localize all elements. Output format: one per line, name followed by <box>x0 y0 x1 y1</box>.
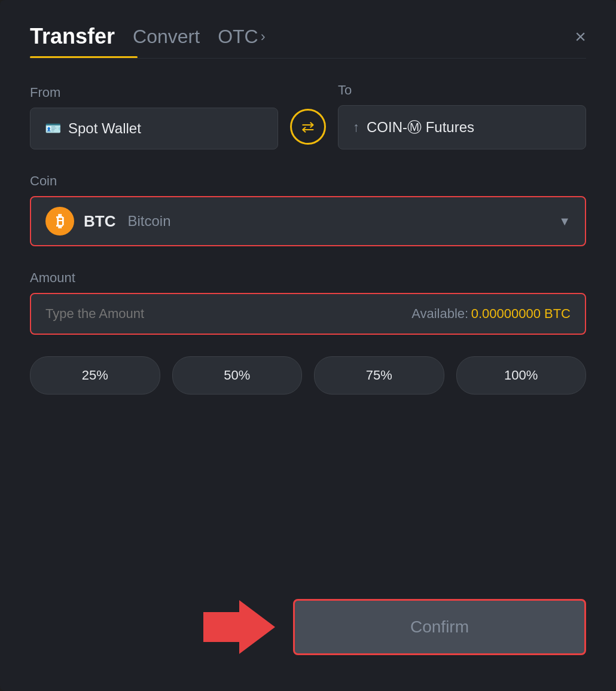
red-arrow-icon <box>203 600 275 654</box>
swap-button-container: ⇄ <box>290 109 326 149</box>
tab-underline-container <box>30 56 586 59</box>
amount-input[interactable] <box>45 306 411 322</box>
swap-arrows-icon: ⇄ <box>301 118 315 136</box>
svg-marker-0 <box>203 600 275 654</box>
coin-symbol: BTC <box>84 212 115 231</box>
from-column: From 🪪 Spot Wallet <box>30 85 278 149</box>
percent-buttons: 25% 50% 75% 100% <box>30 356 586 395</box>
coin-selector[interactable]: ₿ BTC Bitcoin ▼ <box>30 196 586 246</box>
transfer-modal: Transfer Convert OTC › × From 🪪 Spot Wal… <box>0 0 616 691</box>
arrow-container <box>203 600 275 654</box>
available-value: 0.00000000 BTC <box>471 306 571 321</box>
amount-input-box: Available: 0.00000000 BTC <box>30 293 586 335</box>
amount-section: Amount Available: 0.00000000 BTC <box>30 270 586 335</box>
available-label: Available: <box>411 306 468 321</box>
to-column: To ↑ COIN-Ⓜ Futures <box>338 82 586 149</box>
percent-100-button[interactable]: 100% <box>456 356 587 395</box>
coin-section: Coin ₿ BTC Bitcoin ▼ <box>30 173 586 246</box>
to-label: To <box>338 82 586 98</box>
btc-icon: ₿ <box>45 207 74 236</box>
futures-icon: ↑ <box>353 120 359 135</box>
percent-50-button[interactable]: 50% <box>172 356 303 395</box>
coin-label: Coin <box>30 173 57 188</box>
from-label: From <box>30 85 278 100</box>
otc-chevron-icon: › <box>261 28 266 45</box>
available-info: Available: 0.00000000 BTC <box>411 306 571 322</box>
coin-full-name: Bitcoin <box>127 213 170 230</box>
bottom-section: Confirm <box>30 587 586 655</box>
amount-label: Amount <box>30 270 75 285</box>
tab-transfer[interactable]: Transfer <box>30 24 115 49</box>
close-button[interactable]: × <box>575 27 586 46</box>
confirm-button[interactable]: Confirm <box>293 599 586 655</box>
swap-button[interactable]: ⇄ <box>290 109 326 145</box>
from-wallet-text: Spot Wallet <box>68 120 141 137</box>
percent-75-button[interactable]: 75% <box>314 356 444 395</box>
tab-otc[interactable]: OTC › <box>218 26 266 48</box>
percent-25-button[interactable]: 25% <box>30 356 160 395</box>
tab-convert[interactable]: Convert <box>133 26 200 48</box>
wallet-card-icon: 🪪 <box>45 121 61 136</box>
from-wallet-selector[interactable]: 🪪 Spot Wallet <box>30 108 278 149</box>
modal-header: Transfer Convert OTC › × <box>30 24 586 49</box>
from-to-section: From 🪪 Spot Wallet ⇄ To ↑ COIN-Ⓜ Futures <box>30 82 586 149</box>
to-wallet-text: COIN-Ⓜ Futures <box>367 118 474 137</box>
header-divider <box>30 58 586 59</box>
coin-dropdown-arrow-icon: ▼ <box>559 215 571 228</box>
to-wallet-selector[interactable]: ↑ COIN-Ⓜ Futures <box>338 105 586 149</box>
